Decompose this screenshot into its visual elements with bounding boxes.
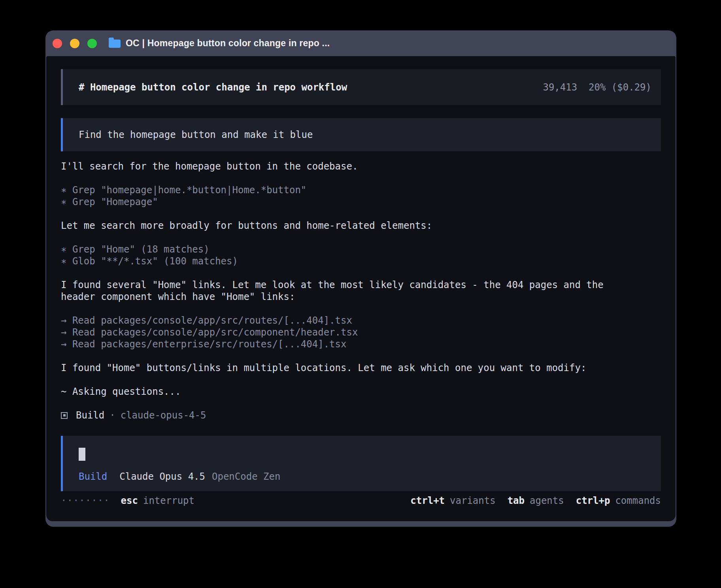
agent-name: Build — [76, 409, 104, 421]
zoom-button[interactable] — [87, 39, 97, 48]
tool-calls-search: ∗ Grep "Home" (18 matches) ∗ Glob "**/*.… — [61, 243, 661, 267]
window-title: OC | Homepage button color change in rep… — [126, 38, 330, 49]
prompt-input[interactable]: Build Claude Opus 4.5 OpenCode Zen — [61, 436, 661, 491]
assistant-text: I found several "Home" links. Let me loo… — [61, 279, 661, 303]
input-agent-label: Build — [79, 471, 107, 482]
agent-model: claude-opus-4-5 — [121, 409, 206, 421]
assistant-text: I'll search for the homepage button in t… — [61, 160, 661, 172]
tool-calls-read: → Read packages/console/app/src/routes/[… — [61, 315, 661, 350]
assistant-text: Let me search more broadly for buttons a… — [61, 220, 661, 232]
text-cursor — [79, 448, 85, 461]
conversation: I'll search for the homepage button in t… — [61, 160, 661, 398]
agent-status-line: Build · claude-opus-4-5 — [61, 409, 661, 421]
terminal-content[interactable]: # Homepage button color change in repo w… — [46, 56, 676, 521]
input-model-label: Claude Opus 4.5 — [119, 471, 205, 482]
close-button[interactable] — [53, 39, 62, 48]
traffic-lights — [53, 39, 97, 48]
session-title: # Homepage button color change in repo w… — [79, 81, 347, 93]
statusbar: ········ esc interrupt ctrl+t variants t… — [61, 495, 661, 507]
agents-label: agents — [530, 495, 564, 507]
assistant-text: I found "Home" buttons/links in multiple… — [61, 362, 661, 374]
agent-square-icon — [61, 412, 68, 419]
minimize-button[interactable] — [70, 39, 79, 48]
assistant-status-text: ~ Asking questions... — [61, 386, 661, 398]
window-titlebar[interactable]: OC | Homepage button color change in rep… — [45, 30, 676, 56]
user-message: Find the homepage button and make it blu… — [61, 118, 661, 151]
model-row: Build Claude Opus 4.5 OpenCode Zen — [79, 471, 645, 482]
folder-icon — [109, 40, 121, 48]
tool-calls-grep: ∗ Grep "homepage|home.*button|Home.*butt… — [61, 184, 661, 208]
separator-dot: · — [109, 409, 115, 421]
commands-label: commands — [615, 495, 661, 507]
shortcut-variants: ctrl+t variants — [410, 495, 495, 507]
terminal-window: OC | Homepage button color change in rep… — [45, 30, 676, 527]
input-provider-label: OpenCode Zen — [212, 471, 280, 482]
variants-label: variants — [450, 495, 496, 507]
interrupt-label: interrupt — [143, 495, 194, 507]
session-stats: 39,413 20% ($0.29) — [543, 81, 651, 93]
session-header: # Homepage button color change in repo w… — [61, 69, 661, 105]
ctrl-p-key: ctrl+p — [576, 495, 610, 507]
user-message-text: Find the homepage button and make it blu… — [79, 129, 313, 141]
tab-key: tab — [508, 495, 525, 507]
shortcut-interrupt: esc interrupt — [121, 495, 194, 507]
statusbar-right: ctrl+t variants tab agents ctrl+p comman… — [410, 495, 661, 507]
esc-key: esc — [121, 495, 138, 507]
spinner-dots: ········ — [61, 495, 110, 507]
statusbar-left: ········ esc interrupt — [61, 495, 194, 507]
shortcut-commands: ctrl+p commands — [576, 495, 661, 507]
shortcut-agents: tab agents — [508, 495, 564, 507]
ctrl-t-key: ctrl+t — [410, 495, 445, 507]
